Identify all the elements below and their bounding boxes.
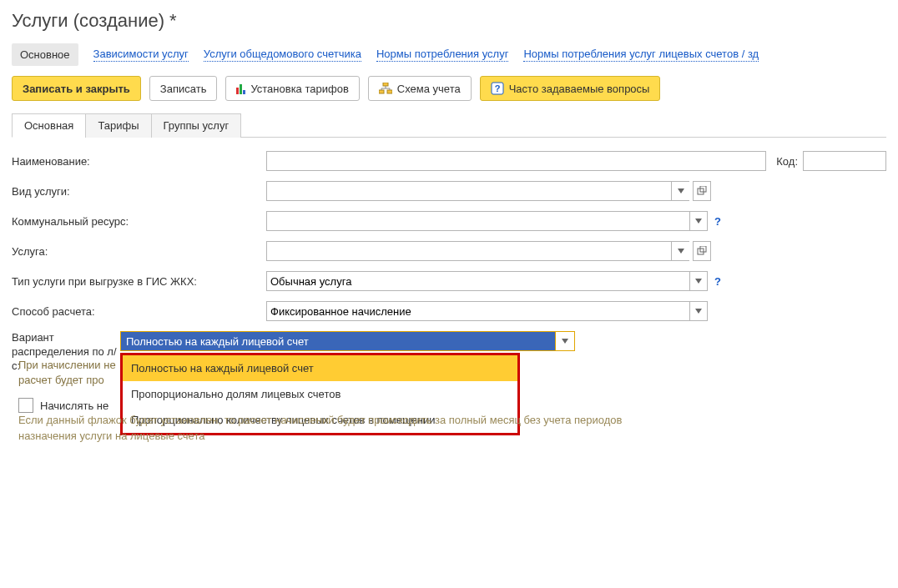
- full-month-hint: Если данный флажок будет установлен, то …: [18, 413, 669, 443]
- name-input[interactable]: [266, 151, 766, 171]
- scheme-button-label: Схема учета: [397, 83, 461, 95]
- form-body: Наименование: Код: Вид услуги: Коммуналь…: [12, 151, 886, 500]
- toolbar: Записать и закрыть Записать Установка та…: [12, 76, 886, 101]
- topnav-link-consumption-norms[interactable]: Нормы потребления услуг: [376, 48, 508, 62]
- tab-main[interactable]: Основная: [12, 113, 86, 138]
- top-navigation: Основное Зависимости услуг Услуги общедо…: [12, 43, 886, 66]
- gis-type-help-icon[interactable]: ?: [714, 275, 721, 288]
- svg-rect-2: [387, 90, 392, 93]
- scheme-icon: [379, 83, 392, 94]
- service-input[interactable]: [266, 241, 671, 261]
- variant-dropdown[interactable]: Полностью на каждый лицевой счет: [120, 331, 575, 351]
- gis-type-dropdown-button[interactable]: [689, 271, 708, 291]
- tab-service-groups[interactable]: Группы услуг: [151, 113, 242, 138]
- resource-label: Коммунальный ресурс:: [12, 215, 266, 228]
- topnav-link-account-norms[interactable]: Нормы потребления услуг лицевых счетов /…: [523, 48, 759, 62]
- service-type-dropdown-button[interactable]: [671, 181, 689, 201]
- hint-partial-1: При начислении не: [18, 359, 116, 371]
- topnav-link-meter-services[interactable]: Услуги общедомового счетчика: [204, 48, 361, 62]
- calc-method-dropdown-button[interactable]: [689, 301, 708, 321]
- resource-input[interactable]: [266, 211, 689, 231]
- resource-dropdown-button[interactable]: [689, 211, 708, 231]
- svg-rect-1: [379, 90, 384, 93]
- question-icon: ?: [491, 82, 504, 95]
- service-dropdown-button[interactable]: [671, 241, 689, 261]
- page-title: Услуги (создание) *: [12, 10, 886, 32]
- gis-type-input[interactable]: [266, 271, 689, 291]
- tariffs-button[interactable]: Установка тарифов: [225, 76, 359, 101]
- hint-partial-2: расчет будет про: [18, 374, 104, 386]
- service-type-open-button[interactable]: [693, 181, 711, 201]
- name-label: Наименование:: [12, 155, 266, 168]
- code-input[interactable]: [803, 151, 886, 171]
- scheme-button[interactable]: Схема учета: [368, 76, 472, 101]
- service-type-input[interactable]: [266, 181, 671, 201]
- resource-help-icon[interactable]: ?: [714, 215, 721, 228]
- faq-button[interactable]: ? Часто задаваемые вопросы: [480, 76, 661, 101]
- tab-tariffs[interactable]: Тарифы: [85, 113, 151, 138]
- service-label: Услуга:: [12, 245, 266, 258]
- calc-method-label: Способ расчета:: [12, 305, 266, 318]
- variant-dropdown-button[interactable]: [555, 332, 574, 350]
- tariffs-button-label: Установка тарифов: [250, 83, 348, 95]
- open-external-icon: [697, 246, 707, 256]
- svg-rect-0: [383, 83, 388, 86]
- chevron-down-icon: [678, 188, 684, 193]
- topnav-link-dependencies[interactable]: Зависимости услуг: [93, 48, 189, 62]
- bar-chart-icon: [236, 83, 245, 94]
- calc-method-input[interactable]: [266, 301, 689, 321]
- chevron-down-icon: [695, 279, 702, 284]
- chevron-down-icon: [562, 339, 568, 344]
- gis-type-label: Тип услуги при выгрузке в ГИС ЖКХ:: [12, 275, 266, 288]
- chevron-down-icon: [678, 249, 684, 254]
- full-month-checkbox[interactable]: [18, 398, 33, 413]
- chevron-down-icon: [695, 219, 702, 224]
- svg-text:?: ?: [494, 83, 500, 93]
- chevron-down-icon: [695, 309, 702, 314]
- full-month-checkbox-label: Начислять не: [40, 400, 108, 412]
- variant-option-full[interactable]: Полностью на каждый лицевой счет: [123, 355, 517, 381]
- faq-button-label: Часто задаваемые вопросы: [509, 83, 650, 95]
- code-label: Код:: [776, 155, 798, 168]
- open-external-icon: [697, 186, 707, 196]
- save-button[interactable]: Записать: [149, 76, 218, 101]
- topnav-tab-main[interactable]: Основное: [12, 43, 78, 66]
- service-open-button[interactable]: [693, 241, 711, 261]
- variant-selected-value: Полностью на каждый лицевой счет: [121, 332, 555, 350]
- form-tabs: Основная Тарифы Группы услуг: [12, 113, 886, 138]
- save-and-close-button[interactable]: Записать и закрыть: [12, 76, 141, 101]
- service-type-label: Вид услуги:: [12, 185, 266, 198]
